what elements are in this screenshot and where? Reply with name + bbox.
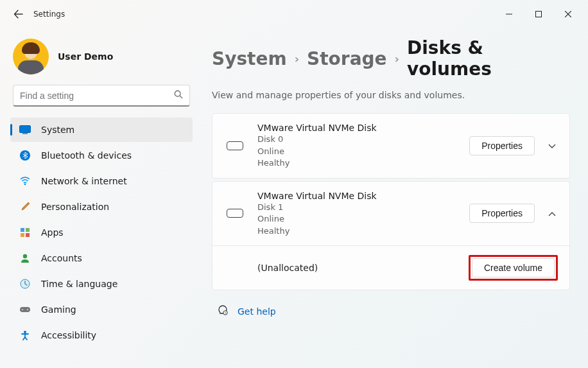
sidebar-item-personalization[interactable]: Personalization bbox=[10, 195, 193, 219]
svg-rect-8 bbox=[21, 228, 24, 232]
sidebar: User Demo System Bluetooth & devices bbox=[0, 28, 199, 368]
minimize-icon bbox=[506, 11, 512, 17]
svg-point-17 bbox=[24, 331, 26, 333]
sidebar-item-label: Accounts bbox=[41, 253, 82, 263]
sidebar-item-label: Accessibility bbox=[41, 330, 96, 340]
svg-point-15 bbox=[22, 309, 23, 310]
profile-block[interactable]: User Demo bbox=[8, 36, 195, 83]
disk-health: Healthy bbox=[257, 225, 469, 237]
nav-list: System Bluetooth & devices Network & int… bbox=[8, 117, 195, 348]
sidebar-item-label: Apps bbox=[41, 227, 64, 238]
bluetooth-icon bbox=[19, 150, 31, 161]
brush-icon bbox=[19, 201, 31, 213]
page-title: Disks & volumes bbox=[407, 37, 570, 80]
disk-card: VMware Virtual NVMe Disk Disk 0 Online H… bbox=[212, 113, 570, 179]
disk-id: Disk 1 bbox=[257, 202, 469, 213]
disk-icon bbox=[227, 141, 243, 150]
sidebar-item-bluetooth[interactable]: Bluetooth & devices bbox=[10, 143, 193, 168]
avatar bbox=[13, 39, 49, 74]
sidebar-item-label: Bluetooth & devices bbox=[41, 150, 132, 161]
clock-icon bbox=[19, 278, 31, 290]
sidebar-item-gaming[interactable]: Gaming bbox=[10, 297, 193, 322]
volume-label: (Unallocated) bbox=[257, 263, 469, 273]
disk-name: VMware Virtual NVMe Disk bbox=[257, 191, 469, 201]
disk-name: VMware Virtual NVMe Disk bbox=[257, 123, 469, 133]
sidebar-item-accessibility[interactable]: Accessibility bbox=[10, 323, 193, 347]
page-subtitle: View and manage properties of your disks… bbox=[212, 90, 570, 100]
sidebar-item-label: Network & internet bbox=[41, 176, 127, 186]
disk-id: Disk 0 bbox=[257, 134, 469, 145]
sidebar-item-apps[interactable]: Apps bbox=[10, 220, 193, 245]
close-button[interactable] bbox=[553, 4, 583, 24]
sidebar-item-label: Gaming bbox=[41, 304, 76, 315]
sidebar-item-label: Personalization bbox=[41, 202, 109, 212]
svg-rect-14 bbox=[20, 307, 30, 312]
svg-point-16 bbox=[27, 309, 28, 310]
create-volume-button[interactable]: Create volume bbox=[472, 258, 555, 277]
help-link-row: ? Get help bbox=[217, 304, 570, 318]
back-arrow-icon bbox=[13, 9, 24, 19]
disk-icon bbox=[227, 209, 243, 218]
breadcrumb: System › Storage › Disks & volumes bbox=[212, 37, 570, 80]
svg-point-7 bbox=[24, 184, 26, 186]
svg-text:?: ? bbox=[225, 311, 227, 315]
profile-name: User Demo bbox=[58, 51, 113, 62]
svg-rect-5 bbox=[22, 133, 28, 134]
svg-rect-10 bbox=[21, 233, 24, 237]
properties-button[interactable]: Properties bbox=[469, 204, 535, 223]
svg-rect-11 bbox=[26, 233, 30, 237]
apps-icon bbox=[19, 227, 31, 238]
person-icon bbox=[19, 252, 31, 264]
disk-card: VMware Virtual NVMe Disk Disk 1 Online H… bbox=[212, 181, 570, 291]
svg-point-2 bbox=[175, 91, 180, 96]
wifi-icon bbox=[19, 175, 31, 187]
svg-rect-1 bbox=[536, 12, 542, 17]
properties-button[interactable]: Properties bbox=[469, 136, 535, 155]
search-icon bbox=[174, 90, 183, 101]
window-title: Settings bbox=[33, 10, 65, 19]
volume-row: (Unallocated) Create volume bbox=[212, 245, 569, 290]
disk-row[interactable]: VMware Virtual NVMe Disk Disk 0 Online H… bbox=[212, 114, 569, 178]
sidebar-item-label: System bbox=[41, 125, 74, 135]
sidebar-item-label: Time & language bbox=[41, 279, 117, 289]
help-icon: ? bbox=[217, 304, 229, 318]
gamepad-icon bbox=[19, 304, 31, 315]
display-icon bbox=[19, 124, 31, 136]
highlight-annotation: Create volume bbox=[469, 255, 558, 281]
svg-rect-4 bbox=[20, 126, 31, 133]
svg-line-3 bbox=[180, 96, 182, 98]
disk-row[interactable]: VMware Virtual NVMe Disk Disk 1 Online H… bbox=[212, 182, 569, 246]
disk-status: Online bbox=[257, 213, 469, 225]
titlebar: Settings bbox=[0, 0, 588, 28]
sidebar-item-system[interactable]: System bbox=[10, 118, 193, 142]
disk-status: Online bbox=[257, 146, 469, 157]
chevron-up-icon[interactable] bbox=[546, 208, 558, 218]
chevron-down-icon[interactable] bbox=[546, 141, 558, 151]
main-content: System › Storage › Disks & volumes View … bbox=[199, 28, 588, 368]
disk-health: Healthy bbox=[257, 157, 469, 169]
sidebar-item-network[interactable]: Network & internet bbox=[10, 169, 193, 193]
get-help-link[interactable]: Get help bbox=[238, 306, 276, 317]
maximize-button[interactable] bbox=[524, 4, 553, 24]
search-input[interactable] bbox=[20, 91, 174, 101]
minimize-button[interactable] bbox=[494, 4, 524, 24]
search-box[interactable] bbox=[13, 85, 190, 107]
sidebar-item-time-language[interactable]: Time & language bbox=[10, 272, 193, 296]
maximize-icon bbox=[535, 11, 542, 17]
back-button[interactable] bbox=[9, 4, 28, 24]
sidebar-item-accounts[interactable]: Accounts bbox=[10, 246, 193, 270]
svg-rect-9 bbox=[26, 228, 30, 232]
breadcrumb-link[interactable]: Storage bbox=[307, 48, 387, 69]
close-icon bbox=[565, 11, 571, 17]
accessibility-icon bbox=[19, 329, 31, 341]
chevron-right-icon: › bbox=[395, 52, 399, 66]
svg-point-12 bbox=[23, 254, 27, 258]
breadcrumb-link[interactable]: System bbox=[212, 48, 287, 69]
chevron-right-icon: › bbox=[295, 52, 299, 66]
